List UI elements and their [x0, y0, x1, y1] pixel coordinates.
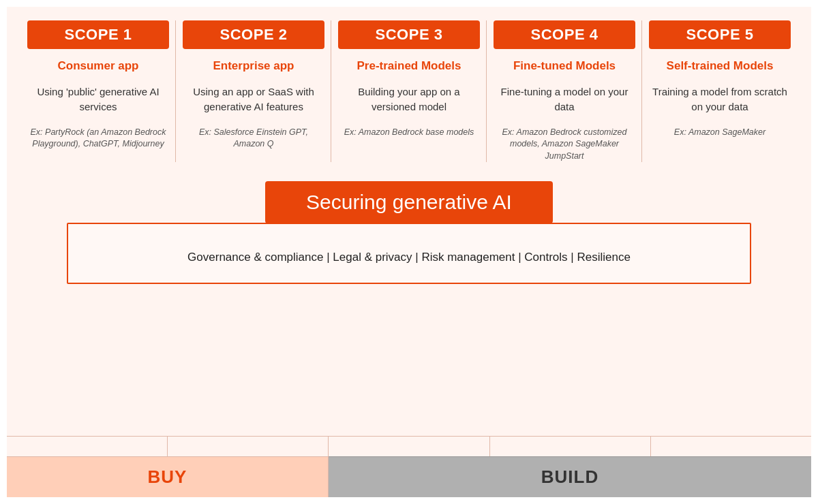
scope-desc-1: Using 'public' generative AI services — [27, 84, 169, 114]
scope-example-5: Ex: Amazon SageMaker — [674, 127, 766, 139]
scope-example-3: Ex: Amazon Bedrock base models — [344, 127, 474, 139]
scope-badge-2: SCOPE 2 — [183, 20, 324, 49]
scope-col-3: SCOPE 3 Pre-trained Models Building your… — [331, 20, 487, 162]
bottom-dividers — [7, 436, 811, 456]
divider-cell-1 — [7, 436, 168, 456]
divider-cell-4 — [490, 436, 651, 456]
scope-badge-5: SCOPE 5 — [649, 20, 791, 49]
scope-col-4: SCOPE 4 Fine-tuned Models Fine-tuning a … — [487, 20, 642, 162]
scope-desc-3: Building your app on a versioned model — [338, 84, 480, 114]
scopes-row: SCOPE 1 Consumer app Using 'public' gene… — [20, 20, 798, 162]
scope-badge-1: SCOPE 1 — [27, 20, 169, 49]
divider-cell-5 — [651, 436, 811, 456]
securing-inner-box: Governance & compliance | Legal & privac… — [67, 223, 751, 284]
scope-subtitle-5: Self-trained Models — [667, 59, 774, 74]
securing-section: Securing generative AI Governance & comp… — [20, 181, 798, 284]
bottom-section: BUY BUILD — [7, 456, 811, 497]
securing-pillars: Governance & compliance | Legal & privac… — [89, 249, 729, 266]
divider-cell-2 — [168, 436, 329, 456]
buy-label: BUY — [148, 467, 187, 488]
build-section: BUILD — [329, 456, 811, 497]
scope-desc-4: Fine-tuning a model on your data — [494, 84, 635, 114]
scope-badge-4: SCOPE 4 — [494, 20, 635, 49]
build-label: BUILD — [541, 467, 599, 488]
scope-subtitle-4: Fine-tuned Models — [513, 59, 616, 74]
scope-desc-2: Using an app or SaaS with generative AI … — [183, 84, 324, 114]
scope-example-1: Ex: PartyRock (an Amazon Bedrock Playgro… — [27, 127, 169, 151]
scope-col-2: SCOPE 2 Enterprise app Using an app or S… — [176, 20, 331, 162]
scope-col-1: SCOPE 1 Consumer app Using 'public' gene… — [20, 20, 176, 162]
buy-section: BUY — [7, 456, 329, 497]
securing-banner: Securing generative AI — [265, 181, 553, 223]
scope-subtitle-1: Consumer app — [57, 59, 138, 74]
scope-subtitle-2: Enterprise app — [213, 59, 294, 74]
main-container: SCOPE 1 Consumer app Using 'public' gene… — [7, 7, 811, 497]
scope-col-5: SCOPE 5 Self-trained Models Training a m… — [642, 20, 798, 162]
scope-example-2: Ex: Salesforce Einstein GPT, Amazon Q — [183, 127, 324, 151]
scope-badge-3: SCOPE 3 — [338, 20, 480, 49]
divider-cell-3 — [329, 436, 489, 456]
scope-subtitle-3: Pre-trained Models — [357, 59, 461, 74]
scope-example-4: Ex: Amazon Bedrock customized models, Am… — [494, 127, 635, 163]
scope-desc-5: Training a model from scratch on your da… — [649, 84, 791, 114]
